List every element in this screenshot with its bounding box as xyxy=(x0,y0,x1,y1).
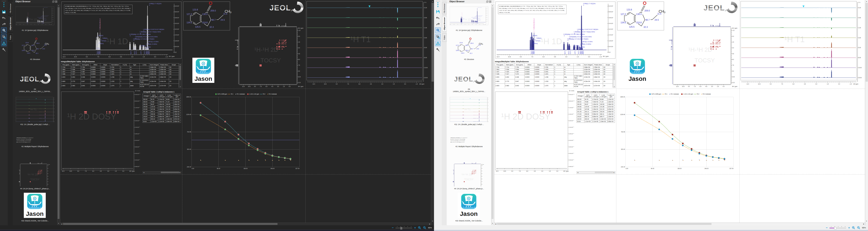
table-cell[interactable]: 100.53 xyxy=(599,103,607,106)
table-cell[interactable]: 3.39e+04 xyxy=(593,73,603,75)
table-cell[interactable]: 187.86 xyxy=(584,108,592,111)
table-cell[interactable]: 833.32 xyxy=(150,118,158,120)
table-row[interactable]: 245.56129.401.40e+04141.853.67e+03 xyxy=(577,106,615,108)
table-cell[interactable]: 1 xyxy=(120,71,130,73)
table-row[interactable]: 7.3467.3177.3720.00000.00001.0211m3.50e+… xyxy=(61,73,179,75)
table-cell[interactable]: 264.95 xyxy=(577,103,584,106)
table-cell[interactable]: 1D xyxy=(603,84,613,88)
column-header[interactable]: Slope xyxy=(100,64,110,66)
table-row[interactable]: 300.0054.784.74e+0345.881.24e+03 xyxy=(143,98,181,101)
table-cell[interactable]: 580.70 xyxy=(584,115,592,118)
table-cell[interactable]: 0.0000 xyxy=(90,79,100,84)
table-cell[interactable]: 2.68e+04 xyxy=(583,66,593,68)
table-cell[interactable]: 0.0000 xyxy=(524,75,534,79)
table-cell[interactable] xyxy=(140,68,149,71)
table-cell[interactable]: 2.12e+05 xyxy=(158,120,165,123)
table-cell[interactable]: 1.236 xyxy=(544,75,554,79)
table-cell[interactable]: 3.50e+04 xyxy=(583,73,593,75)
dosy-panel[interactable]: ¹H 2D DOSY4.0×10⁻¹⁰8.0×10⁻¹⁰1.2×10⁻⁹1.6×… xyxy=(495,90,575,172)
table-cell[interactable]: 3.20e+04 xyxy=(593,71,603,73)
table-cell[interactable]: 1.04e+03 xyxy=(599,118,607,120)
table-cell[interactable]: 1 xyxy=(554,66,564,68)
tab-rules[interactable]: Rules xyxy=(8,33,13,42)
table-cell[interactable]: 2.28e+04 xyxy=(173,115,181,118)
object-browser-item[interactable]: ¹H T1t / s0.200.501.003.005.008.0010.002… xyxy=(13,96,57,126)
table-cell[interactable]: 0.0000 xyxy=(524,84,534,88)
table-cell[interactable]: 0.0000 xyxy=(90,84,100,88)
table-cell[interactable]: 2.28e+04 xyxy=(607,115,615,118)
table-cell[interactable]: 460.11 xyxy=(599,113,607,115)
table-cell[interactable]: 1.21e+03 xyxy=(150,120,158,123)
table-cell[interactable]: 2.847 xyxy=(515,79,524,84)
table-cell[interactable]: 3.67e+04 xyxy=(583,84,593,88)
scroll-up-icon[interactable]: ▲ xyxy=(431,0,434,3)
table-cell[interactable]: 1.54e+03 xyxy=(599,120,607,123)
tab-object-browser[interactable]: Object Browser xyxy=(8,16,13,31)
table-cell[interactable]: 1 xyxy=(554,79,564,84)
table-cell[interactable]: 2.30e+04 xyxy=(158,108,165,111)
panel-float-icon[interactable] xyxy=(52,1,54,3)
zoom-out-icon[interactable] xyxy=(857,226,860,229)
tools-button[interactable] xyxy=(1,47,6,52)
table-cell[interactable]: 2.68e+04 xyxy=(149,66,159,68)
object-thumbnail-report[interactable]: 1H NMR (400 MHz, CHLOROFORM-D) δ = 7.71 … xyxy=(16,137,54,144)
fit-plot-panel[interactable]: 1694.041229.49764.95300.40-164.153.0084.… xyxy=(186,93,300,169)
panel-close-icon[interactable] xyxy=(489,1,491,3)
table-cell[interactable]: 45.88 xyxy=(599,98,607,101)
table-cell[interactable]: 7.467 xyxy=(515,71,524,73)
table-cell[interactable]: 7.346 xyxy=(61,73,71,75)
scroll-down-icon[interactable]: ▼ xyxy=(431,220,434,222)
table-cell[interactable]: m xyxy=(130,66,140,68)
object-thumbnail-jason[interactable]: Jason xyxy=(458,193,480,219)
integral-table-scrollbar[interactable]: ▲ ▼ xyxy=(613,64,616,88)
table-cell[interactable]: 3.50e+04 xyxy=(149,73,159,75)
table-cell[interactable]: 3.263 xyxy=(71,75,81,79)
table-cell[interactable]: 316.34 xyxy=(599,111,607,113)
column-header[interactable]: Type xyxy=(564,64,574,66)
jeol-logo[interactable]: JEOL xyxy=(704,2,737,13)
table-cell[interactable]: 3.303 xyxy=(495,75,505,79)
table-cell[interactable]: m xyxy=(564,73,574,75)
document-canvas[interactable]: ¹H 1D6.4×10⁴5.6×10⁴4.8×10⁴4.0×10⁴3.2×10⁴… xyxy=(61,0,431,223)
fit-plot-panel[interactable]: 1694.041229.49764.95300.40-164.153.0084.… xyxy=(620,93,734,169)
table-cell[interactable]: 9.58e+03 xyxy=(173,111,181,113)
table-cell[interactable]: ddq xyxy=(130,75,140,79)
table-cell[interactable]: 3.27e+04 xyxy=(159,84,169,88)
table-cell[interactable]: 3.348 xyxy=(81,75,90,79)
peak-overlay-button[interactable] xyxy=(1,34,7,40)
table-cell[interactable]: 245.56 xyxy=(143,106,150,108)
table-cell[interactable]: 1D xyxy=(169,73,179,75)
table-cell[interactable]: 1.36e+05 xyxy=(592,118,599,120)
table-cell[interactable]: 7.596 xyxy=(81,68,90,71)
table-cell[interactable]: 3.27e+04 xyxy=(593,84,603,88)
table-cell[interactable]: 3.43e+04 xyxy=(583,68,593,71)
table-cell[interactable]: 4.24e+04 xyxy=(149,75,159,79)
column-header[interactable]: 0.972-1.020 ppm xyxy=(158,94,165,98)
table-cell[interactable]: 224.50 xyxy=(143,108,150,111)
column-header[interactable]: Pos (ppm) xyxy=(61,64,71,66)
peak-overlay-button[interactable] xyxy=(435,34,441,40)
table-cell[interactable]: 1D xyxy=(169,71,179,73)
document-canvas[interactable]: ¹H 1D6.4×10⁴5.6×10⁴4.8×10⁴4.0×10⁴3.2×10⁴… xyxy=(495,0,865,223)
table-cell[interactable]: 7.536 xyxy=(71,68,81,71)
table-cell[interactable]: 1.82e+03 xyxy=(173,101,181,103)
column-header[interactable]: Offset xyxy=(90,64,100,66)
table-cell[interactable]: 143.87 xyxy=(577,115,584,118)
table-cell[interactable]: 7.372 xyxy=(81,73,90,75)
object-browser-item[interactable]: ¹H T1t / s0.200.501.003.005.008.0010.002… xyxy=(447,96,491,126)
column-header[interactable]: array(g) ▾ xyxy=(577,94,584,98)
column-header[interactable]: Peaks Area xyxy=(159,64,169,66)
table-cell[interactable]: dddd xyxy=(130,84,140,88)
table-cell[interactable]: 1D xyxy=(169,84,179,88)
table-cell[interactable]: 7.447 xyxy=(61,71,71,73)
undo-button[interactable] xyxy=(1,15,6,21)
nmr-assignment-textbox[interactable]: 1H NMR (400 MHz, CHLOROFORM-D) δ = 7.71 … xyxy=(498,5,566,14)
table-cell[interactable]: 0.0000 xyxy=(100,68,110,71)
table-cell[interactable]: m xyxy=(564,68,574,71)
table-cell[interactable]: 9.58e+03 xyxy=(607,111,615,113)
table-cell[interactable]: 1 xyxy=(554,68,564,71)
scroll-left-icon[interactable]: ◀ xyxy=(577,172,579,173)
table-cell[interactable]: 1.21e+03 xyxy=(584,120,592,123)
table-row[interactable]: 7.7347.7147.7540.00000.00000.7811m2.68e+… xyxy=(495,66,613,68)
table-cell[interactable]: 1 xyxy=(120,68,130,71)
